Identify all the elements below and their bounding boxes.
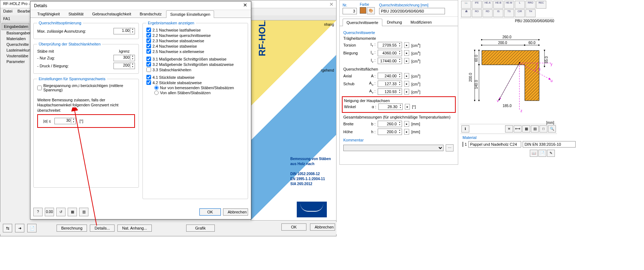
ok-button-2[interactable]: OK: [281, 223, 306, 231]
max-ausnutzung-input[interactable]: 1.00: [113, 28, 135, 34]
stress-icon[interactable]: ▤: [531, 125, 539, 132]
icon-btn-2[interactable]: ➜: [15, 224, 24, 232]
b-arrow[interactable]: ▸: [404, 121, 409, 127]
chk-2-4[interactable]: [146, 44, 151, 48]
chk-2-5[interactable]: [146, 49, 151, 54]
chk-3-3[interactable]: [146, 67, 151, 72]
tool-icon-1[interactable]: ▦: [68, 208, 77, 216]
zoom-icon[interactable]: 🔍: [548, 125, 556, 132]
kommentar-combo[interactable]: [343, 145, 444, 151]
winkel-arrow[interactable]: ▸: [405, 104, 410, 110]
chk-4-1[interactable]: [146, 75, 151, 79]
sidebar-item-vouten[interactable]: Voutenstäbe: [1, 53, 29, 59]
berechnung-button[interactable]: Berechnung: [57, 225, 87, 232]
tb-hem[interactable]: HE-M: [504, 1, 514, 9]
tb-ts[interactable]: TS: [504, 9, 514, 17]
a-arrow[interactable]: ▸: [404, 73, 409, 79]
radio-alle[interactable]: [154, 91, 159, 95]
chk-3-1[interactable]: [146, 57, 151, 61]
tb-ife[interactable]: IFE: [472, 1, 482, 9]
alpha-input[interactable]: 30: [54, 118, 76, 124]
tb-rd[interactable]: RD: [483, 9, 493, 17]
iu-arrow[interactable]: ▸: [404, 50, 409, 56]
tb-rec[interactable]: REC: [536, 1, 546, 9]
rtab-mod[interactable]: Modifizieren: [407, 18, 436, 26]
au-arrow[interactable]: ▸: [404, 81, 409, 87]
sidebar-item-param[interactable]: Parameter: [1, 59, 29, 64]
mat-edit-icon[interactable]: ✎: [547, 150, 555, 157]
tb-print[interactable]: 🖶: [461, 9, 471, 17]
sidebar-item-material[interactable]: Materialien: [1, 36, 29, 42]
nat-anhang-button[interactable]: Nat. Anhang...: [117, 225, 152, 232]
cancel-button[interactable]: Abbrechen: [223, 208, 248, 216]
tb-cir[interactable]: CIR: [515, 9, 525, 17]
tool-icon-2[interactable]: ▥: [79, 208, 88, 216]
bezeichnung-input[interactable]: [379, 8, 445, 14]
chk-2-1[interactable]: [146, 28, 151, 32]
tab-trag[interactable]: Tragfähigkeit: [33, 10, 64, 18]
color-swatch[interactable]: [360, 7, 366, 14]
nr-input[interactable]: [343, 8, 357, 14]
mat-lib-icon[interactable]: 📖: [530, 150, 538, 157]
chk-2-3[interactable]: [146, 38, 151, 43]
radio-bemessend[interactable]: [154, 86, 159, 90]
material-std-input[interactable]: [523, 141, 576, 148]
iv-arrow[interactable]: ▸: [404, 58, 409, 64]
tab-gebrauch[interactable]: Gebrauchstauglichkeit: [88, 10, 135, 18]
av-arrow[interactable]: ▸: [404, 89, 409, 95]
grafik-button[interactable]: Grafik: [186, 225, 215, 232]
sidebar-item-querschnitte[interactable]: Querschnitte: [1, 42, 29, 47]
menu-datei[interactable]: Datei: [3, 9, 13, 15]
it-arrow[interactable]: ▸: [404, 42, 409, 48]
nur-zug-label: - Nur Zug:: [37, 56, 111, 60]
nur-zug-input[interactable]: 300: [113, 55, 135, 61]
color-picker-icon[interactable]: 🎨: [367, 7, 375, 14]
reset-icon[interactable]: ↺: [56, 208, 66, 216]
tb-ro[interactable]: RO: [472, 9, 482, 17]
close-icon[interactable]: ✕: [242, 2, 249, 9]
tab-stab[interactable]: Stabilität: [64, 10, 87, 18]
info-icon[interactable]: ℹ: [461, 125, 469, 132]
svg-text:u: u: [551, 79, 553, 83]
tb-l[interactable]: L: [515, 1, 525, 9]
chk-4-2[interactable]: [146, 80, 151, 85]
ok-button[interactable]: OK: [199, 208, 221, 216]
tb-lib[interactable]: 📖: [461, 1, 471, 9]
tb-heb[interactable]: HE-B: [493, 1, 503, 9]
units-icon[interactable]: 0.00: [45, 208, 54, 216]
cancel-button-2[interactable]: Abbrechen: [310, 223, 335, 231]
help-icon[interactable]: ?: [33, 208, 43, 216]
mat-new-icon[interactable]: 📄: [538, 150, 546, 157]
kommentar-pick-icon[interactable]: ⋯: [446, 144, 454, 151]
sidebar-item-basis[interactable]: Basisangaben: [1, 30, 29, 36]
material-name-input[interactable]: [468, 141, 521, 148]
sidebar: Eingabedaten Basisangaben Materialien Qu…: [1, 23, 29, 216]
tb-rro[interactable]: RRO: [526, 1, 536, 9]
tb-th[interactable]: TH: [526, 9, 536, 17]
h-arrow[interactable]: ▸: [404, 129, 409, 135]
icon-btn-1[interactable]: ⇆: [3, 224, 12, 232]
tab-sonstige[interactable]: Sonstige Einstellungen: [166, 10, 214, 18]
view-icon[interactable]: □: [539, 125, 547, 132]
dim-icon[interactable]: ⟷: [514, 125, 522, 132]
brand-text: RF-HOLZ Pro: [257, 20, 268, 56]
icon-btn-3[interactable]: 📄: [27, 224, 37, 232]
rtab-qw[interactable]: Querschnittswerte: [343, 19, 382, 26]
svg-text:200.0: 200.0: [498, 41, 507, 45]
biegespannung-label: Biegespannung σm,i berücksichtigen (mitt…: [43, 83, 135, 92]
rtab-drehung[interactable]: Drehung: [383, 18, 406, 26]
grid-icon[interactable]: ▦: [522, 125, 530, 132]
tab-brand[interactable]: Brandschutz: [136, 10, 165, 18]
chk-3-2[interactable]: [146, 62, 151, 67]
details-dialog: Details ✕ Tragfähigkeit Stabilität Gebra…: [30, 1, 251, 220]
tb-is[interactable]: IS: [493, 9, 503, 17]
sidebar-item-last[interactable]: Lasteinwirkung: [1, 47, 29, 53]
axis-icon[interactable]: ⤧: [505, 125, 513, 132]
chk-2-2[interactable]: [146, 33, 151, 38]
group-querschnittsoptimierung: Querschnittsoptimierung Max. zulässige A…: [33, 21, 139, 39]
tb-hea[interactable]: HE-A: [483, 1, 493, 9]
details-button[interactable]: Details...: [90, 225, 115, 232]
biegespannung-checkbox[interactable]: [37, 86, 42, 90]
druck-biegung-input[interactable]: 200: [113, 63, 135, 69]
alpha-label: |α| ≤: [40, 119, 51, 123]
